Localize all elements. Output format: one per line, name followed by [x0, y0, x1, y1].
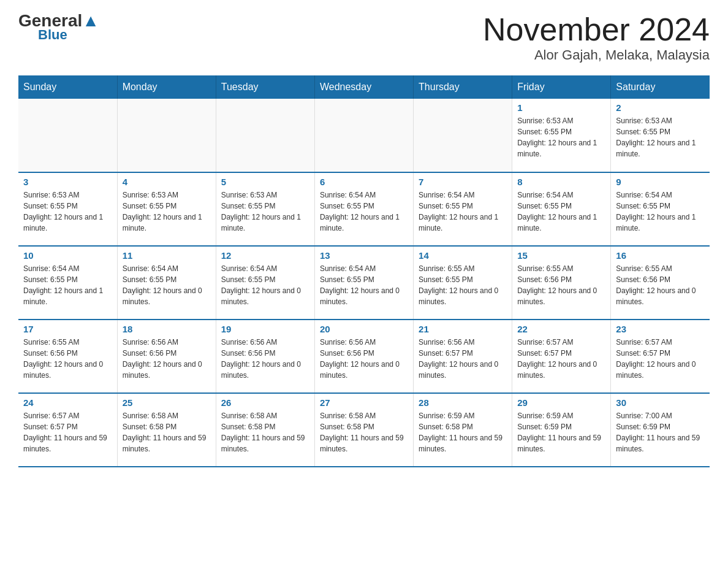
- day-info: Sunrise: 6:56 AMSunset: 6:56 PMDaylight:…: [123, 337, 211, 381]
- day-number: 29: [517, 397, 605, 408]
- day-info: Sunrise: 6:54 AMSunset: 6:55 PMDaylight:…: [517, 190, 605, 234]
- table-row: 25Sunrise: 6:58 AMSunset: 6:58 PMDayligh…: [117, 393, 216, 467]
- table-row: 12Sunrise: 6:54 AMSunset: 6:55 PMDayligh…: [216, 246, 314, 320]
- calendar-week-row: 3Sunrise: 6:53 AMSunset: 6:55 PMDaylight…: [18, 172, 710, 246]
- day-number: 28: [419, 397, 507, 408]
- day-number: 21: [419, 324, 507, 334]
- calendar-table: Sunday Monday Tuesday Wednesday Thursday…: [18, 75, 710, 467]
- col-monday: Monday: [117, 75, 216, 99]
- table-row: 5Sunrise: 6:53 AMSunset: 6:55 PMDaylight…: [216, 172, 314, 246]
- day-number: 25: [123, 397, 211, 408]
- day-number: 14: [419, 250, 507, 261]
- table-row: [314, 99, 413, 172]
- day-info: Sunrise: 6:56 AMSunset: 6:57 PMDaylight:…: [419, 337, 507, 381]
- table-row: 28Sunrise: 6:59 AMSunset: 6:58 PMDayligh…: [414, 393, 512, 467]
- day-number: 18: [123, 324, 211, 334]
- day-number: 30: [616, 397, 705, 408]
- table-row: 4Sunrise: 6:53 AMSunset: 6:55 PMDaylight…: [117, 172, 216, 246]
- day-number: 19: [221, 324, 309, 334]
- table-row: 20Sunrise: 6:56 AMSunset: 6:56 PMDayligh…: [314, 320, 413, 393]
- table-row: 26Sunrise: 6:58 AMSunset: 6:58 PMDayligh…: [216, 393, 314, 467]
- table-row: 6Sunrise: 6:54 AMSunset: 6:55 PMDaylight…: [314, 172, 413, 246]
- table-row: 23Sunrise: 6:57 AMSunset: 6:57 PMDayligh…: [611, 320, 710, 393]
- col-sunday: Sunday: [18, 75, 117, 99]
- table-row: 15Sunrise: 6:55 AMSunset: 6:56 PMDayligh…: [512, 246, 611, 320]
- day-info: Sunrise: 6:58 AMSunset: 6:58 PMDaylight:…: [320, 410, 408, 454]
- day-number: 8: [517, 177, 605, 187]
- table-row: 10Sunrise: 6:54 AMSunset: 6:55 PMDayligh…: [18, 246, 117, 320]
- day-number: 5: [221, 177, 309, 187]
- day-number: 20: [320, 324, 408, 334]
- day-info: Sunrise: 6:58 AMSunset: 6:58 PMDaylight:…: [123, 410, 211, 454]
- day-info: Sunrise: 6:57 AMSunset: 6:57 PMDaylight:…: [616, 337, 705, 381]
- calendar-week-row: 17Sunrise: 6:55 AMSunset: 6:56 PMDayligh…: [18, 320, 710, 393]
- table-row: 11Sunrise: 6:54 AMSunset: 6:55 PMDayligh…: [117, 246, 216, 320]
- day-info: Sunrise: 6:54 AMSunset: 6:55 PMDaylight:…: [23, 263, 112, 307]
- calendar-week-row: 10Sunrise: 6:54 AMSunset: 6:55 PMDayligh…: [18, 246, 710, 320]
- day-number: 23: [616, 324, 705, 334]
- table-row: 2Sunrise: 6:53 AMSunset: 6:55 PMDaylight…: [611, 99, 710, 172]
- calendar-week-row: 24Sunrise: 6:57 AMSunset: 6:57 PMDayligh…: [18, 393, 710, 467]
- day-number: 24: [23, 397, 112, 408]
- table-row: 13Sunrise: 6:54 AMSunset: 6:55 PMDayligh…: [314, 246, 413, 320]
- day-info: Sunrise: 6:57 AMSunset: 6:57 PMDaylight:…: [517, 337, 605, 381]
- day-info: Sunrise: 6:55 AMSunset: 6:55 PMDaylight:…: [419, 263, 507, 307]
- day-number: 11: [123, 250, 211, 261]
- day-info: Sunrise: 6:56 AMSunset: 6:56 PMDaylight:…: [320, 337, 408, 381]
- location-text: Alor Gajah, Melaka, Malaysia: [483, 47, 710, 63]
- table-row: 29Sunrise: 6:59 AMSunset: 6:59 PMDayligh…: [512, 393, 611, 467]
- day-number: 1: [517, 102, 605, 113]
- day-number: 17: [23, 324, 112, 334]
- day-info: Sunrise: 6:53 AMSunset: 6:55 PMDaylight:…: [221, 190, 309, 234]
- col-thursday: Thursday: [414, 75, 512, 99]
- table-row: [18, 99, 117, 172]
- day-info: Sunrise: 6:54 AMSunset: 6:55 PMDaylight:…: [419, 190, 507, 234]
- day-info: Sunrise: 6:54 AMSunset: 6:55 PMDaylight:…: [320, 190, 408, 234]
- col-wednesday: Wednesday: [314, 75, 413, 99]
- col-saturday: Saturday: [611, 75, 710, 99]
- logo-blue-text: Blue: [38, 27, 67, 43]
- day-info: Sunrise: 6:57 AMSunset: 6:57 PMDaylight:…: [23, 410, 112, 454]
- day-number: 27: [320, 397, 408, 408]
- day-number: 12: [221, 250, 309, 261]
- day-number: 6: [320, 177, 408, 187]
- day-number: 3: [23, 177, 112, 187]
- page-header: General▲ Blue November 2024 Alor Gajah, …: [18, 12, 710, 63]
- table-row: [216, 99, 314, 172]
- day-info: Sunrise: 6:53 AMSunset: 6:55 PMDaylight:…: [517, 115, 605, 159]
- table-row: 8Sunrise: 6:54 AMSunset: 6:55 PMDaylight…: [512, 172, 611, 246]
- day-info: Sunrise: 6:56 AMSunset: 6:56 PMDaylight:…: [221, 337, 309, 381]
- month-title: November 2024: [483, 12, 710, 47]
- table-row: 30Sunrise: 7:00 AMSunset: 6:59 PMDayligh…: [611, 393, 710, 467]
- day-info: Sunrise: 6:55 AMSunset: 6:56 PMDaylight:…: [616, 263, 705, 307]
- day-number: 2: [616, 102, 705, 113]
- day-info: Sunrise: 6:53 AMSunset: 6:55 PMDaylight:…: [23, 190, 112, 234]
- day-number: 22: [517, 324, 605, 334]
- table-row: 16Sunrise: 6:55 AMSunset: 6:56 PMDayligh…: [611, 246, 710, 320]
- day-info: Sunrise: 6:54 AMSunset: 6:55 PMDaylight:…: [320, 263, 408, 307]
- day-number: 13: [320, 250, 408, 261]
- table-row: 14Sunrise: 6:55 AMSunset: 6:55 PMDayligh…: [414, 246, 512, 320]
- table-row: 22Sunrise: 6:57 AMSunset: 6:57 PMDayligh…: [512, 320, 611, 393]
- day-info: Sunrise: 6:54 AMSunset: 6:55 PMDaylight:…: [616, 190, 705, 234]
- day-number: 16: [616, 250, 705, 261]
- table-row: 24Sunrise: 6:57 AMSunset: 6:57 PMDayligh…: [18, 393, 117, 467]
- day-info: Sunrise: 6:55 AMSunset: 6:56 PMDaylight:…: [23, 337, 112, 381]
- day-info: Sunrise: 6:53 AMSunset: 6:55 PMDaylight:…: [616, 115, 705, 159]
- table-row: 7Sunrise: 6:54 AMSunset: 6:55 PMDaylight…: [414, 172, 512, 246]
- day-info: Sunrise: 6:55 AMSunset: 6:56 PMDaylight:…: [517, 263, 605, 307]
- day-number: 26: [221, 397, 309, 408]
- day-number: 7: [419, 177, 507, 187]
- day-number: 9: [616, 177, 705, 187]
- day-info: Sunrise: 6:58 AMSunset: 6:58 PMDaylight:…: [221, 410, 309, 454]
- logo: General▲ Blue: [18, 12, 99, 43]
- table-row: 9Sunrise: 6:54 AMSunset: 6:55 PMDaylight…: [611, 172, 710, 246]
- day-info: Sunrise: 7:00 AMSunset: 6:59 PMDaylight:…: [616, 410, 705, 454]
- table-row: 1Sunrise: 6:53 AMSunset: 6:55 PMDaylight…: [512, 99, 611, 172]
- day-number: 15: [517, 250, 605, 261]
- table-row: 19Sunrise: 6:56 AMSunset: 6:56 PMDayligh…: [216, 320, 314, 393]
- table-row: 21Sunrise: 6:56 AMSunset: 6:57 PMDayligh…: [414, 320, 512, 393]
- day-info: Sunrise: 6:53 AMSunset: 6:55 PMDaylight:…: [123, 190, 211, 234]
- calendar-week-row: 1Sunrise: 6:53 AMSunset: 6:55 PMDaylight…: [18, 99, 710, 172]
- table-row: 27Sunrise: 6:58 AMSunset: 6:58 PMDayligh…: [314, 393, 413, 467]
